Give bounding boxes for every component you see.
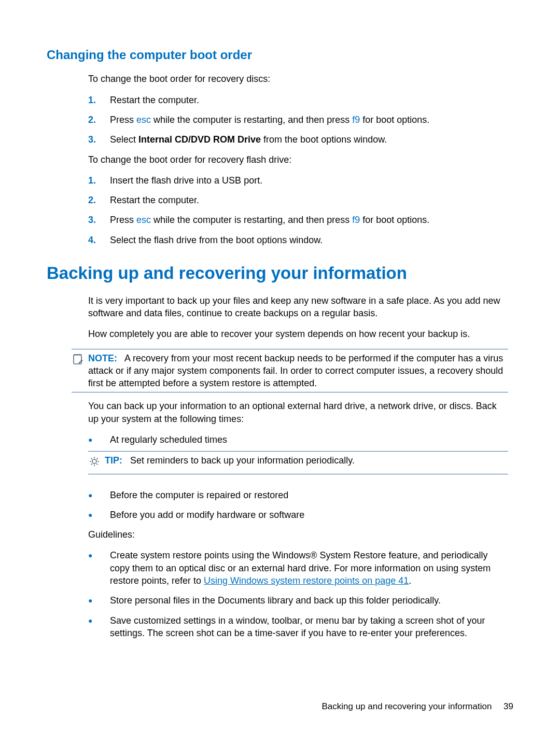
page-footer: Backing up and recovering your informati… <box>321 701 513 713</box>
list-item: ● Store personal files in the Documents … <box>88 594 508 607</box>
tip-label: TIP: <box>105 455 122 466</box>
body-block: To change the boot order for recovery di… <box>88 73 508 246</box>
list-text: Store personal files in the Documents li… <box>110 594 508 607</box>
list-item: 3. Select Internal CD/DVD ROM Drive from… <box>88 133 508 146</box>
intro-discs: To change the boot order for recovery di… <box>88 73 508 85</box>
note-body: NOTE: A recovery from your most recent b… <box>88 352 508 390</box>
key-esc: esc <box>136 115 151 125</box>
list-text: Press esc while the computer is restarti… <box>110 214 508 226</box>
list-text: Select the flash drive from the boot opt… <box>110 234 508 246</box>
list-number: 1. <box>88 94 110 106</box>
list-text: Restart the computer. <box>110 94 508 106</box>
tip-text: Set reminders to back up your informatio… <box>130 455 355 466</box>
intro-flash: To change the boot order for recovery fl… <box>88 153 508 166</box>
key-f9: f9 <box>352 215 360 225</box>
list-text: Press esc while the computer is restarti… <box>110 114 508 126</box>
list-text: Save customized settings in a window, to… <box>110 614 508 640</box>
heading-boot-order: Changing the computer boot order <box>47 47 513 63</box>
bullet-icon: ● <box>88 594 110 607</box>
tip-icon <box>88 454 105 471</box>
list-text: Select Internal CD/DVD ROM Drive from th… <box>110 133 508 146</box>
list-item: ● Before the computer is repaired or res… <box>88 489 508 501</box>
footer-title: Backing up and recovering your informati… <box>321 701 492 711</box>
list-number: 2. <box>88 114 110 126</box>
list-number: 3. <box>88 133 110 146</box>
ordered-list-flash: 1. Insert the flash drive into a USB por… <box>88 174 508 246</box>
bullet-list-times: ● At regularly scheduled times TIP: Set … <box>88 433 508 521</box>
note-callout: NOTE: A recovery from your most recent b… <box>72 349 508 393</box>
list-text: Restart the computer. <box>110 194 508 206</box>
paragraph: How completely you are able to recover y… <box>88 328 508 340</box>
list-text: Before you add or modify hardware or sof… <box>110 509 508 521</box>
note-label: NOTE: <box>88 353 117 363</box>
list-item: 2. Press esc while the computer is resta… <box>88 114 508 126</box>
list-text: Create system restore points using the W… <box>110 549 508 587</box>
bullet-icon: ● <box>88 549 110 587</box>
list-number: 4. <box>88 234 110 246</box>
ordered-list-discs: 1. Restart the computer. 2. Press esc wh… <box>88 94 508 146</box>
heading-backing-up: Backing up and recovering your informati… <box>47 262 513 285</box>
list-item: 1. Restart the computer. <box>88 94 508 106</box>
bullet-icon: ● <box>88 509 110 521</box>
list-item: 1. Insert the flash drive into a USB por… <box>88 174 508 187</box>
list-item: 2. Restart the computer. <box>88 194 508 206</box>
list-item: ● Save customized settings in a window, … <box>88 614 508 640</box>
list-text: At regularly scheduled times TIP: Set re… <box>110 433 508 482</box>
list-text: Before the computer is repaired or resto… <box>110 489 508 501</box>
page-number: 39 <box>503 701 513 711</box>
tip-body: TIP: Set reminders to back up your infor… <box>105 454 508 471</box>
bullet-icon: ● <box>88 489 110 501</box>
key-f9: f9 <box>352 115 360 125</box>
key-esc: esc <box>136 215 151 225</box>
list-item: 4. Select the flash drive from the boot … <box>88 234 508 246</box>
list-number: 1. <box>88 174 110 187</box>
bullet-icon: ● <box>88 614 110 640</box>
link-restore-points[interactable]: Using Windows system restore points on p… <box>204 575 409 586</box>
tip-callout: TIP: Set reminders to back up your infor… <box>88 451 508 474</box>
guidelines-label: Guidelines: <box>88 528 508 541</box>
note-icon <box>72 352 88 390</box>
list-text: Insert the flash drive into a USB port. <box>110 174 508 187</box>
paragraph: It is very important to back up your fil… <box>88 294 508 320</box>
list-item: ● Create system restore points using the… <box>88 549 508 587</box>
list-item: ● At regularly scheduled times TIP: Set … <box>88 433 508 482</box>
list-number: 3. <box>88 214 110 226</box>
note-text: A recovery from your most recent backup … <box>88 353 503 389</box>
list-item: ● Before you add or modify hardware or s… <box>88 509 508 521</box>
document-page: Changing the computer boot order To chan… <box>0 0 560 678</box>
svg-point-1 <box>92 459 96 463</box>
bullet-list-guidelines: ● Create system restore points using the… <box>88 549 508 639</box>
body-block: It is very important to back up your fil… <box>88 294 508 640</box>
list-number: 2. <box>88 194 110 206</box>
list-item: 3. Press esc while the computer is resta… <box>88 214 508 226</box>
paragraph: You can back up your information to an o… <box>88 400 508 425</box>
